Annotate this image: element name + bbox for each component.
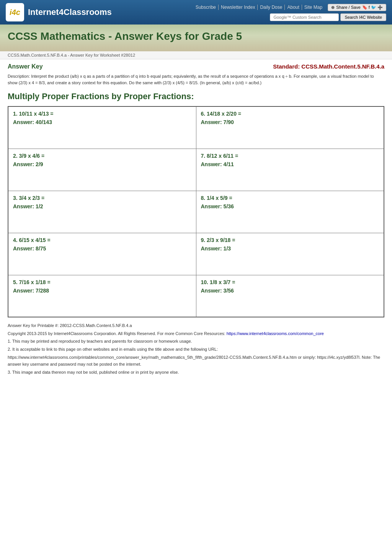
problem-cell-6: 6. 14/18 x 2/20 = Answer: 7/90 [196,106,384,149]
problem-cell-4: 4. 6/15 x 4/15 = Answer: 8/75 [8,233,196,275]
search-button[interactable]: Search I4C Website [340,13,386,21]
table-row: 5. 7/16 x 1/18 = Answer: 7/288 10. 1/8 x… [8,275,384,317]
footer-line-2: Copyright 2013-2015 by Internet4Classroo… [8,330,384,337]
problem-cell-5: 5. 7/16 x 1/18 = Answer: 7/288 [8,275,196,317]
problem-question-1: 1. 10/11 x 4/13 = [13,111,191,117]
problem-answer-6: Answer: 7/90 [201,119,379,125]
problem-question-6: 6. 14/18 x 2/20 = [201,111,379,117]
footer-line-3: 1. This may be printed and reproduced by… [8,338,384,345]
table-row: 2. 3/9 x 4/6 = Answer: 2/9 7. 8/12 x 6/1… [8,149,384,191]
problem-question-9: 9. 2/3 x 9/18 = [201,237,379,243]
nav-subscribe[interactable]: Subscribe [193,5,219,10]
nav-links: Subscribe Newsletter Index Daily Dose Ab… [193,5,325,10]
footer-line-4: 2. It is acceptable to link to this page… [8,346,384,353]
problem-cell-9: 9. 2/3 x 9/18 = Answer: 1/3 [196,233,384,275]
problem-question-3: 3. 3/4 x 2/3 = [13,195,191,201]
table-row: 4. 6/15 x 4/15 = Answer: 8/75 9. 2/3 x 9… [8,233,384,275]
problem-cell-1: 1. 10/11 x 4/13 = Answer: 40/143 [8,106,196,149]
problem-cell-2: 2. 3/9 x 4/6 = Answer: 2/9 [8,149,196,191]
problem-answer-10: Answer: 3/56 [201,288,379,294]
footer-line-5: https://www.internet4classrooms.com/prin… [8,354,384,368]
answer-key-header: Answer Key Standard: CCSS.Math.Content.5… [8,63,384,70]
problem-question-4: 4. 6/15 x 4/15 = [13,237,191,243]
logo-box: i4c [6,3,24,21]
footer-line-1: Answer Key for Printable #: 28012-CCSS.M… [8,322,384,329]
page-banner: CCSS Mathematics - Answer Keys for Grade… [0,25,392,51]
logo-area: i4c Internet4Classrooms [6,3,112,21]
breadcrumb-link[interactable]: CCSS.Math.Content.5.NF.B.4.a - Answer Ke… [8,53,135,57]
problem-question-7: 7. 8/12 x 6/11 = [201,153,379,159]
table-row: 1. 10/11 x 4/13 = Answer: 40/143 6. 14/1… [8,106,384,149]
problem-question-10: 10. 1/8 x 3/7 = [201,279,379,285]
answer-key-label: Answer Key [8,63,43,70]
nav-daily-dose[interactable]: Daily Dose [258,5,285,10]
problem-answer-1: Answer: 40/143 [13,119,191,125]
problem-cell-8: 8. 1/4 x 5/9 = Answer: 5/36 [196,191,384,233]
problem-question-2: 2. 3/9 x 4/6 = [13,153,191,159]
standard-label: Standard: CCSS.Math.Content.5.NF.B.4.a [273,63,384,70]
problems-table: 1. 10/11 x 4/13 = Answer: 40/143 6. 14/1… [8,106,384,317]
section-title: Multiply Proper Fractions by Proper Frac… [8,92,384,101]
share-icons: 🔖 f 🐦 ➕ [362,5,383,10]
problem-answer-3: Answer: 1/2 [13,203,191,209]
nav-area: Subscribe Newsletter Index Daily Dose Ab… [193,4,386,21]
main-content: Answer Key Standard: CCSS.Math.Content.5… [0,59,392,381]
problem-answer-5: Answer: 7/288 [13,288,191,294]
problem-answer-9: Answer: 1/3 [201,245,379,252]
table-row: 3. 3/4 x 2/3 = Answer: 1/2 8. 1/4 x 5/9 … [8,191,384,233]
share-save-button[interactable]: ⊕ Share / Save 🔖 f 🐦 ➕ [328,4,386,11]
footer-notes: Answer Key for Printable #: 28012-CCSS.M… [8,322,384,376]
problem-answer-2: Answer: 2/9 [13,161,191,167]
page-title: CCSS Mathematics - Answer Keys for Grade… [8,30,384,43]
breadcrumb: CCSS.Math.Content.5.NF.B.4.a - Answer Ke… [0,51,392,59]
problem-question-8: 8. 1/4 x 5/9 = [201,195,379,201]
problem-question-5: 5. 7/16 x 1/18 = [13,279,191,285]
problem-cell-7: 7. 8/12 x 6/11 = Answer: 4/11 [196,149,384,191]
problem-cell-10: 10. 1/8 x 3/7 = Answer: 3/56 [196,275,384,317]
description: Description: Interpret the product (a/b)… [8,73,384,86]
problem-answer-8: Answer: 5/36 [201,203,379,209]
site-title: Internet4Classrooms [28,7,112,17]
site-header: i4c Internet4Classrooms Subscribe Newsle… [0,0,392,25]
footer-line-6: 3. This image and data thereon may not b… [8,369,384,376]
nav-sitemap[interactable]: Site Map [302,5,325,10]
nav-newsletter[interactable]: Newsletter Index [219,5,258,10]
search-input[interactable] [270,13,339,21]
share-icon: ⊕ [331,5,335,10]
problem-cell-3: 3. 3/4 x 2/3 = Answer: 1/2 [8,191,196,233]
problem-answer-7: Answer: 4/11 [201,161,379,167]
footer-link[interactable]: https://www.internet4classrooms.com/comm… [227,331,324,336]
logo-icon: i4c [10,8,20,17]
nav-about[interactable]: About [285,5,302,10]
problem-answer-4: Answer: 8/75 [13,245,191,252]
search-area: Search I4C Website [270,13,386,21]
